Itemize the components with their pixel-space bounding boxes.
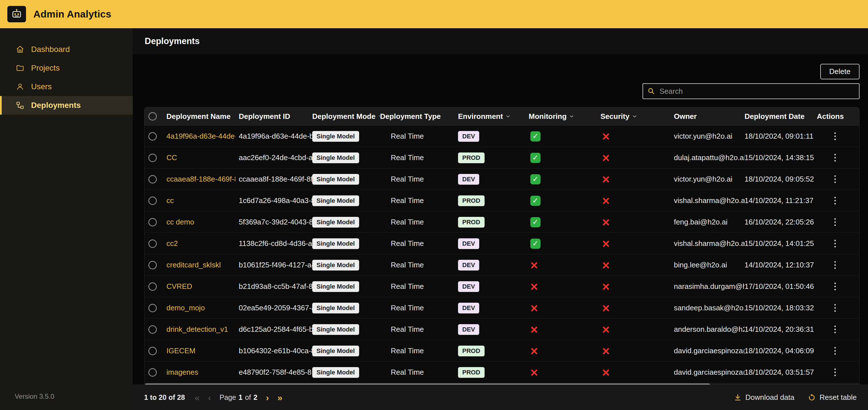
app-logo xyxy=(7,6,26,22)
horizontal-scrollbar[interactable] xyxy=(144,383,859,385)
row-select-radio[interactable] xyxy=(148,347,157,355)
toolbar: Delete xyxy=(144,64,860,79)
table-row: CVRED b21d93a8-cc5b-47af-8 Single Model … xyxy=(144,276,859,297)
column-header-owner[interactable]: Owner xyxy=(674,112,745,121)
monitoring-cell: ✓ xyxy=(529,196,600,206)
row-select-radio[interactable] xyxy=(148,282,157,291)
row-actions-menu-button[interactable] xyxy=(817,326,836,333)
deployment-mode-cell: Single Model xyxy=(312,152,380,163)
reset-table-button[interactable]: Reset table xyxy=(808,393,857,402)
actions-cell xyxy=(817,197,859,204)
deployment-id-cell: aac26ef0-24de-4cbd-a xyxy=(239,153,312,162)
row-actions-menu-button[interactable] xyxy=(817,132,836,140)
deployment-name-link[interactable]: cc xyxy=(166,196,174,205)
row-select-radio[interactable] xyxy=(148,304,157,312)
deployment-type-cell: Real Time xyxy=(380,282,458,291)
row-actions-menu-button[interactable] xyxy=(817,154,836,162)
deployment-type-cell: Real Time xyxy=(380,175,458,183)
row-actions-menu-button[interactable] xyxy=(817,283,836,290)
deployment-mode-chip: Single Model xyxy=(312,281,359,292)
page-of: of xyxy=(245,394,251,402)
column-header-deployment-name[interactable]: Deployment Name xyxy=(166,112,239,121)
download-data-button[interactable]: Download data xyxy=(734,393,794,402)
scrollbar-thumb[interactable] xyxy=(145,383,710,385)
sidebar-item-projects[interactable]: Projects xyxy=(0,59,133,77)
environment-chip: DEV xyxy=(458,303,479,313)
column-header-monitoring[interactable]: Monitoring xyxy=(529,112,600,121)
security-cell: × xyxy=(600,366,674,379)
row-actions-menu-button[interactable] xyxy=(817,175,836,183)
row-actions-menu-button[interactable] xyxy=(817,218,836,226)
deployment-name-link[interactable]: ccaaea8f-188e-469f-8f xyxy=(166,175,236,183)
sidebar-item-users[interactable]: Users xyxy=(0,77,133,96)
column-header-security[interactable]: Security xyxy=(600,112,674,121)
row-select-cell xyxy=(144,304,166,312)
environment-cell: DEV xyxy=(458,303,529,313)
deployment-name-link[interactable]: cc demo xyxy=(166,218,194,227)
deployment-name-link[interactable]: creditcard_sklskl xyxy=(166,261,221,269)
monitoring-cross-icon: × xyxy=(530,344,538,357)
row-select-radio[interactable] xyxy=(148,175,157,183)
sidebar-item-deployments[interactable]: Deployments xyxy=(0,96,133,115)
prev-page-button[interactable]: ‹ xyxy=(208,393,211,402)
column-header-actions[interactable]: Actions xyxy=(817,112,859,121)
row-select-radio[interactable] xyxy=(148,132,157,141)
owner-cell: david.garciaespinoza@ xyxy=(674,368,745,377)
deployment-name-link[interactable]: imagenes xyxy=(166,368,198,377)
environment-cell: DEV xyxy=(458,131,529,142)
row-actions-menu-button[interactable] xyxy=(817,347,836,355)
security-cell: × xyxy=(600,280,674,293)
deployment-name-link[interactable]: CVRED xyxy=(166,282,192,291)
security-cell: × xyxy=(600,173,674,186)
monitoring-cell: × xyxy=(529,366,600,379)
monitoring-cross-icon: × xyxy=(530,259,538,272)
row-select-cell xyxy=(144,239,166,248)
row-select-radio[interactable] xyxy=(148,261,157,269)
search-box[interactable] xyxy=(643,83,860,99)
column-label: Monitoring xyxy=(529,112,566,121)
security-cross-icon: × xyxy=(602,280,610,293)
sidebar-item-dashboard[interactable]: Dashboard xyxy=(0,40,133,59)
deployment-name-link[interactable]: 4a19f96a-d63e-44de-b xyxy=(166,132,236,141)
environment-chip: DEV xyxy=(458,281,479,292)
search-input[interactable] xyxy=(659,87,855,96)
table-row: cc demo 5f369a7c-39d2-4043-8 Single Mode… xyxy=(144,211,859,233)
row-actions-menu-button[interactable] xyxy=(817,304,836,312)
deployment-name-link[interactable]: IGECEM xyxy=(166,346,195,355)
deployment-id-cell: b1061f25-f496-4127-a4 xyxy=(239,261,312,269)
row-select-radio[interactable] xyxy=(148,197,157,205)
actions-cell xyxy=(817,261,859,269)
row-actions-menu-button[interactable] xyxy=(817,369,836,376)
deployment-name-cell: CVRED xyxy=(166,282,239,291)
page-number: 1 xyxy=(239,394,242,402)
row-actions-menu-button[interactable] xyxy=(817,261,836,269)
row-select-radio[interactable] xyxy=(148,218,157,227)
delete-button[interactable]: Delete xyxy=(820,64,860,79)
row-actions-menu-button[interactable] xyxy=(817,197,836,204)
last-page-button[interactable]: » xyxy=(277,393,283,402)
deployment-name-link[interactable]: drink_detection_v1 xyxy=(166,325,228,334)
row-select-radio[interactable] xyxy=(148,153,157,162)
deployment-name-link[interactable]: cc2 xyxy=(166,239,178,248)
column-header-deployment-type[interactable]: Deployment Type xyxy=(380,112,458,121)
deployment-mode-cell: Single Model xyxy=(312,238,380,249)
column-header-deployment-date[interactable]: Deployment Date xyxy=(745,112,817,121)
deployment-type-cell: Real Time xyxy=(380,239,458,248)
deployment-name-cell: cc xyxy=(166,196,239,205)
deployment-name-link[interactable]: CC xyxy=(166,153,177,162)
monitoring-cross-icon: × xyxy=(530,302,538,314)
first-page-button[interactable]: « xyxy=(195,393,200,402)
row-select-radio[interactable] xyxy=(148,368,157,377)
select-all-radio[interactable] xyxy=(148,112,157,121)
owner-cell: vishal.sharma@h2o.ai xyxy=(674,196,745,205)
column-header-deployment-mode[interactable]: Deployment Mode xyxy=(312,112,380,121)
next-page-button[interactable]: › xyxy=(266,393,269,402)
column-header-deployment-id[interactable]: Deployment ID xyxy=(239,112,312,121)
deployment-name-link[interactable]: demo_mojo xyxy=(166,304,205,312)
table-row: 4a19f96a-d63e-44de-b 4a19f96a-d63e-44de-… xyxy=(144,125,859,147)
row-select-radio[interactable] xyxy=(148,325,157,334)
row-select-radio[interactable] xyxy=(148,239,157,248)
row-actions-menu-button[interactable] xyxy=(817,240,836,247)
deployment-mode-cell: Single Model xyxy=(312,281,380,292)
column-header-environment[interactable]: Environment xyxy=(458,112,529,121)
